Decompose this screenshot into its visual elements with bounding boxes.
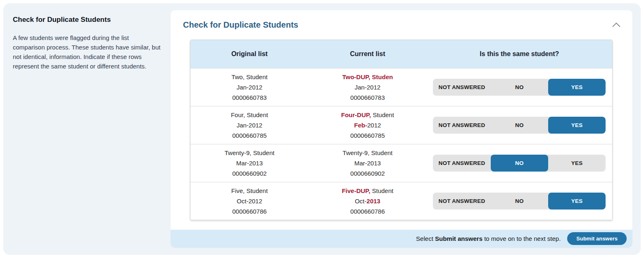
- original-student-cell: Twenty-9, StudentMar-20130000660902: [190, 148, 309, 179]
- original-date: Oct-2012: [190, 196, 309, 206]
- current-name: Two-DUP, Studen: [309, 72, 427, 82]
- original-date: Jan-2012: [190, 82, 309, 92]
- current-date: Oct-2013: [309, 196, 427, 206]
- sidebar-title: Check for Duplicate Students: [13, 16, 162, 24]
- current-name: Five-DUP, Student: [309, 186, 427, 196]
- column-header-original-list: Original list: [190, 50, 309, 58]
- original-id: 0000660785: [190, 130, 309, 141]
- current-student-cell: Five-DUP, StudentOct-20130000660786: [309, 186, 427, 217]
- current-id: 0000660786: [309, 206, 427, 217]
- answer-not-answered-button[interactable]: NOT ANSWERED: [433, 117, 490, 134]
- original-id: 0000660783: [190, 92, 309, 103]
- column-header-current-list: Current list: [309, 50, 427, 58]
- original-name: Twenty-9, Student: [190, 148, 309, 158]
- difference-highlight: Four-DUP,: [341, 111, 371, 118]
- table-header-row: Original list Current list Is this the s…: [190, 40, 612, 68]
- original-name: Five, Student: [190, 186, 309, 196]
- answer-yes-button[interactable]: YES: [548, 155, 606, 172]
- table-row: Twenty-9, StudentMar-20130000660902Twent…: [190, 144, 612, 182]
- original-date: Jan-2012: [190, 120, 309, 130]
- difference-highlight: Feb-: [354, 122, 367, 129]
- difference-highlight: Two-DUP, Studen: [342, 73, 393, 80]
- table-row: Five, StudentOct-20120000660786Five-DUP,…: [190, 182, 612, 220]
- original-id: 0000660786: [190, 206, 309, 217]
- instruction-suffix: to move on to the next step.: [482, 235, 561, 242]
- current-name: Twenty-9, Student: [309, 148, 427, 158]
- current-date: Feb-2012: [309, 120, 427, 130]
- current-id: 0000660902: [309, 168, 427, 179]
- answer-toggle-group: NOT ANSWEREDNOYES: [433, 193, 606, 210]
- current-id: 0000660785: [309, 130, 427, 141]
- answer-no-button[interactable]: NO: [491, 155, 548, 172]
- column-header-same-student: Is this the same student?: [427, 50, 612, 58]
- original-student-cell: Four, StudentJan-20120000660785: [190, 110, 309, 141]
- table-row: Four, StudentJan-20120000660785Four-DUP,…: [190, 106, 612, 144]
- answer-no-button[interactable]: NO: [491, 117, 548, 134]
- answer-toggle-group: NOT ANSWEREDNOYES: [433, 79, 606, 96]
- answer-toggle-group: NOT ANSWEREDNOYES: [433, 117, 606, 134]
- footer-instruction: Select Submit answers to move on to the …: [416, 235, 561, 242]
- instruction-prefix: Select: [416, 235, 435, 242]
- submit-answers-button[interactable]: Submit answers: [567, 232, 627, 245]
- answer-not-answered-button[interactable]: NOT ANSWERED: [433, 193, 490, 210]
- answer-no-button[interactable]: NO: [491, 193, 548, 210]
- duplicate-check-page: Check for Duplicate Students A few stude…: [3, 3, 641, 255]
- current-date: Mar-2013: [309, 158, 427, 168]
- original-date: Mar-2013: [190, 158, 309, 168]
- difference-highlight: 2013: [366, 198, 380, 205]
- sidebar: Check for Duplicate Students A few stude…: [3, 3, 171, 255]
- current-id: 0000660783: [309, 92, 427, 103]
- current-date: Jan-2012: [309, 82, 427, 92]
- text-part: Student: [370, 187, 393, 194]
- answer-toggle-group: NOT ANSWEREDNOYES: [433, 155, 606, 172]
- answer-cell: NOT ANSWEREDNOYES: [427, 79, 612, 96]
- answer-cell: NOT ANSWEREDNOYES: [427, 155, 612, 172]
- original-name: Four, Student: [190, 110, 309, 120]
- answer-no-button[interactable]: NO: [491, 79, 548, 96]
- panel-title: Check for Duplicate Students: [183, 20, 298, 30]
- answer-cell: NOT ANSWEREDNOYES: [427, 117, 612, 134]
- difference-highlight: Five-DUP,: [342, 187, 370, 194]
- text-part: Jan-2012: [355, 84, 381, 91]
- table-body: Two, StudentJan-20120000660783Two-DUP, S…: [190, 68, 612, 220]
- current-student-cell: Two-DUP, StudenJan-20120000660783: [309, 72, 427, 103]
- current-student-cell: Four-DUP, StudentFeb-20120000660785: [309, 110, 427, 141]
- text-part: Student: [371, 111, 394, 118]
- duplicate-check-panel: Check for Duplicate Students Original li…: [171, 10, 632, 247]
- answer-yes-button[interactable]: YES: [548, 117, 606, 134]
- text-part: 2012: [367, 122, 381, 129]
- text-part: Mar-2013: [354, 160, 381, 167]
- chevron-up-icon[interactable]: [610, 20, 623, 29]
- original-student-cell: Five, StudentOct-20120000660786: [190, 186, 309, 217]
- current-student-cell: Twenty-9, StudentMar-20130000660902: [309, 148, 427, 179]
- answer-yes-button[interactable]: YES: [548, 193, 606, 210]
- answer-not-answered-button[interactable]: NOT ANSWERED: [433, 79, 490, 96]
- original-name: Two, Student: [190, 72, 309, 82]
- original-student-cell: Two, StudentJan-20120000660783: [190, 72, 309, 103]
- text-part: Twenty-9, Student: [342, 149, 392, 156]
- panel-footer: Select Submit answers to move on to the …: [171, 230, 632, 247]
- table-row: Two, StudentJan-20120000660783Two-DUP, S…: [190, 68, 612, 106]
- panel-header: Check for Duplicate Students: [171, 10, 632, 30]
- current-name: Four-DUP, Student: [309, 110, 427, 120]
- text-part: Oct-: [355, 198, 366, 205]
- sidebar-description: A few students were flagged during the l…: [13, 33, 162, 71]
- answer-not-answered-button[interactable]: NOT ANSWERED: [433, 155, 490, 172]
- original-id: 0000660902: [190, 168, 309, 179]
- answer-cell: NOT ANSWEREDNOYES: [427, 193, 612, 210]
- duplicate-students-table: Original list Current list Is this the s…: [190, 40, 613, 220]
- answer-yes-button[interactable]: YES: [548, 79, 606, 96]
- instruction-bold: Submit answers: [435, 235, 482, 242]
- spacer: [171, 220, 632, 230]
